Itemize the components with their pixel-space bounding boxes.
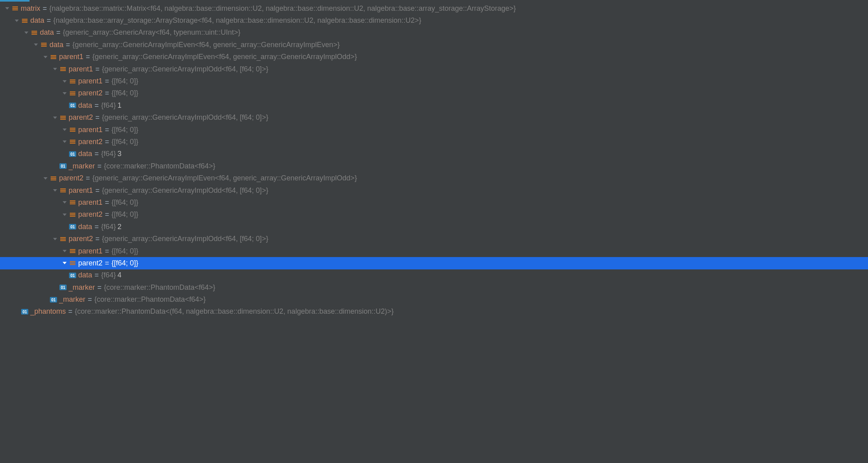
expand-toggle-icon[interactable]: [3, 6, 11, 11]
tree-row[interactable]: 01 data={f64}4: [0, 269, 868, 281]
variable-name: parent1: [69, 186, 93, 195]
variable-name: parent1: [78, 126, 103, 134]
tree-row[interactable]: parent2={[f64; 0]}: [0, 136, 868, 148]
expand-toggle-icon[interactable]: [61, 91, 69, 96]
svg-rect-48: [70, 213, 75, 214]
variable-value: {f64}: [101, 271, 116, 279]
tree-row[interactable]: parent1={[f64; 0]}: [0, 75, 868, 87]
expand-toggle-icon[interactable]: [51, 115, 59, 120]
svg-rect-57: [70, 251, 75, 251]
variable-value: {f64}: [101, 223, 116, 231]
tree-row[interactable]: parent2={generic_array::GenericArrayImpl…: [0, 172, 868, 184]
expand-toggle-icon[interactable]: [61, 212, 69, 217]
primitive-icon: 01: [69, 151, 77, 157]
variable-value: {[f64; 0]}: [112, 198, 138, 207]
variable-value: {generic_array::GenericArrayImplOdd<f64,…: [102, 235, 268, 243]
svg-rect-56: [70, 249, 75, 250]
svg-rect-59: [70, 261, 75, 262]
variable-value: {f64}: [101, 150, 116, 158]
svg-rect-10: [41, 44, 47, 45]
primitive-icon: 01: [69, 273, 77, 278]
variable-value: {nalgebra::base::array_storage::ArraySto…: [53, 16, 422, 25]
tree-row[interactable]: 01 _marker={core::marker::PhantomData<f6…: [0, 281, 868, 293]
tree-row[interactable]: parent1={generic_array::GenericArrayImpl…: [0, 63, 868, 75]
svg-text:01: 01: [61, 164, 65, 168]
tree-row[interactable]: data={nalgebra::base::array_storage::Arr…: [0, 14, 868, 26]
tree-row[interactable]: 01 _marker={core::marker::PhantomData<f6…: [0, 293, 868, 305]
svg-rect-42: [60, 188, 66, 189]
svg-rect-28: [60, 119, 66, 119]
svg-rect-41: [51, 179, 56, 180]
tree-row[interactable]: parent1={[f64; 0]}: [0, 124, 868, 136]
struct-icon: [30, 30, 38, 36]
variable-name: parent2: [78, 259, 103, 267]
svg-rect-44: [60, 192, 66, 192]
tree-row[interactable]: 01 data={f64}1: [0, 99, 868, 111]
expand-toggle-icon[interactable]: [51, 237, 59, 241]
tree-row[interactable]: parent2={[f64; 0]}: [0, 209, 868, 221]
equals-sign: =: [93, 186, 102, 195]
tree-row[interactable]: parent1={[f64; 0]}: [0, 245, 868, 257]
svg-rect-2: [12, 10, 18, 10]
expand-toggle-icon[interactable]: [61, 79, 69, 84]
variable-name: parent1: [78, 247, 103, 255]
svg-rect-3: [22, 19, 28, 20]
expand-toggle-icon[interactable]: [32, 42, 40, 47]
variable-name: data: [40, 28, 54, 37]
tree-row[interactable]: parent2={generic_array::GenericArrayImpl…: [0, 112, 868, 124]
expand-toggle-icon[interactable]: [51, 188, 59, 193]
variable-name: _marker: [69, 283, 95, 292]
expand-toggle-icon[interactable]: [61, 127, 69, 132]
equals-sign: =: [95, 283, 104, 292]
expand-toggle-icon[interactable]: [61, 200, 69, 205]
tree-row[interactable]: 01 data={f64}2: [0, 221, 868, 233]
variable-name: parent2: [69, 235, 93, 243]
tree-row[interactable]: 01 _phantoms={core::marker::PhantomData<…: [0, 306, 868, 318]
tree-row[interactable]: parent2={generic_array::GenericArrayImpl…: [0, 233, 868, 245]
svg-rect-27: [60, 117, 66, 118]
svg-rect-1: [12, 8, 18, 9]
equals-sign: =: [40, 4, 49, 13]
svg-text:01: 01: [70, 273, 75, 278]
variable-value: {generic_array::GenericArray<f64, typenu…: [63, 28, 241, 37]
expand-toggle-icon[interactable]: [41, 176, 49, 181]
variable-name: data: [49, 41, 63, 49]
svg-rect-20: [70, 82, 75, 83]
svg-rect-49: [70, 214, 75, 215]
svg-rect-29: [70, 128, 75, 129]
tree-row[interactable]: parent1={generic_array::GenericArrayImpl…: [0, 51, 868, 63]
tree-row[interactable]: 01 _marker={core::marker::PhantomData<f6…: [0, 160, 868, 172]
struct-icon: [59, 187, 67, 194]
struct-icon: [69, 78, 77, 85]
variable-value: {core::marker::PhantomData<f64>}: [104, 162, 215, 170]
tree-row[interactable]: 01 data={f64}3: [0, 148, 868, 160]
svg-rect-30: [70, 129, 75, 130]
equals-sign: =: [103, 210, 112, 219]
tree-row[interactable]: parent1={[f64; 0]}: [0, 196, 868, 208]
expand-toggle-icon[interactable]: [22, 30, 30, 35]
tree-row[interactable]: parent1={generic_array::GenericArrayImpl…: [0, 184, 868, 196]
svg-rect-54: [60, 238, 66, 239]
svg-rect-8: [32, 34, 37, 35]
svg-rect-40: [51, 178, 56, 178]
equals-sign: =: [44, 16, 53, 25]
expand-toggle-icon[interactable]: [61, 261, 69, 265]
expand-toggle-icon[interactable]: [61, 249, 69, 253]
tree-row[interactable]: matrix={nalgebra::base::matrix::Matrix<f…: [0, 2, 868, 14]
svg-rect-45: [70, 200, 75, 201]
tree-row[interactable]: parent2={[f64; 0]}: [0, 87, 868, 99]
struct-icon: [49, 54, 57, 60]
tree-row[interactable]: parent2={[f64; 0]}: [0, 257, 868, 269]
svg-rect-53: [60, 237, 66, 238]
expand-toggle-icon[interactable]: [13, 18, 21, 23]
tree-row[interactable]: data={generic_array::GenericArrayImplEve…: [0, 39, 868, 51]
svg-rect-39: [51, 176, 56, 177]
svg-rect-34: [70, 143, 75, 144]
expand-toggle-icon[interactable]: [51, 67, 59, 71]
tree-row[interactable]: data={generic_array::GenericArray<f64, t…: [0, 27, 868, 39]
svg-text:01: 01: [51, 298, 56, 302]
expand-toggle-icon[interactable]: [61, 139, 69, 144]
variable-literal: 2: [116, 223, 122, 231]
variable-name: data: [78, 271, 92, 279]
expand-toggle-icon[interactable]: [41, 55, 49, 59]
